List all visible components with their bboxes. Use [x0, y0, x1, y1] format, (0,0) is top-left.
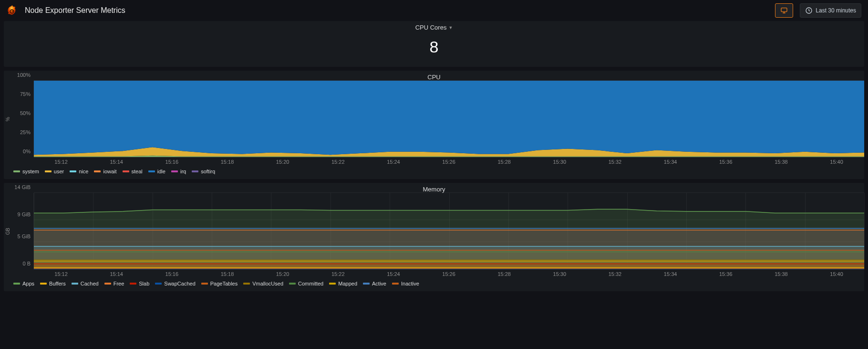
panel-title[interactable]: CPU: [4, 71, 864, 81]
legend-item-apps[interactable]: Apps: [13, 281, 34, 286]
legend-swatch-icon: [40, 283, 47, 285]
legend-item-softirq[interactable]: softirq: [192, 169, 215, 174]
legend-item-free[interactable]: Free: [104, 281, 124, 286]
legend-item-idle[interactable]: idle: [148, 169, 165, 174]
y-axis-label: GB: [4, 193, 11, 269]
cpu-legend: systemuserniceiowaitstealidleirqsoftirq: [4, 167, 864, 179]
legend-item-iowait[interactable]: iowait: [94, 169, 116, 174]
legend-item-swapcached[interactable]: SwapCached: [155, 281, 195, 286]
panel-cpu-cores: CPU Cores▼ 8: [4, 21, 864, 67]
legend-swatch-icon: [104, 283, 111, 285]
legend-swatch-icon: [243, 283, 250, 285]
legend-item-active[interactable]: Active: [363, 281, 386, 286]
legend-item-mapped[interactable]: Mapped: [329, 281, 357, 286]
legend-item-user[interactable]: user: [45, 169, 64, 174]
legend-swatch-icon: [123, 170, 129, 172]
legend-swatch-icon: [155, 283, 162, 285]
legend-swatch-icon: [329, 283, 336, 285]
legend-swatch-icon: [192, 170, 198, 172]
y-axis-ticks: 0 B5 GiB9 GiB14 GiB: [11, 193, 33, 269]
legend-item-irq[interactable]: irq: [171, 169, 186, 174]
clock-icon: [805, 7, 813, 14]
x-axis-ticks: 15:1215:1415:1615:1815:2015:2215:2415:26…: [4, 157, 864, 167]
legend-item-cached[interactable]: Cached: [72, 281, 99, 286]
legend-swatch-icon: [392, 283, 399, 285]
legend-swatch-icon: [148, 170, 155, 172]
legend-swatch-icon: [13, 283, 20, 285]
legend-item-nice[interactable]: nice: [70, 169, 88, 174]
legend-item-system[interactable]: system: [13, 169, 39, 174]
legend-swatch-icon: [70, 170, 76, 172]
legend-swatch-icon: [363, 283, 370, 285]
time-range-label: Last 30 minutes: [816, 7, 856, 14]
x-axis-ticks: 15:1215:1415:1615:1815:2015:2215:2415:26…: [4, 269, 864, 279]
legend-swatch-icon: [130, 283, 136, 285]
legend-item-pagetables[interactable]: PageTables: [201, 281, 238, 286]
panel-cpu: CPU % 0%25%50%75%100% 15:1215:1415:1615:…: [4, 71, 864, 179]
legend-item-committed[interactable]: Committed: [289, 281, 323, 286]
panel-title[interactable]: CPU Cores▼: [4, 21, 864, 31]
legend-item-buffers[interactable]: Buffers: [40, 281, 66, 286]
legend-item-slab[interactable]: Slab: [130, 281, 149, 286]
legend-swatch-icon: [94, 170, 101, 172]
caret-down-icon: ▼: [448, 25, 453, 30]
topbar: Node Exporter Server Metrics Last 30 min…: [0, 0, 868, 21]
dashboard-title[interactable]: Node Exporter Server Metrics: [25, 6, 125, 15]
y-axis-ticks: 0%25%50%75%100%: [11, 81, 33, 157]
legend-swatch-icon: [13, 170, 20, 172]
legend-item-vmallocused[interactable]: VmallocUsed: [243, 281, 283, 286]
panel-memory: Memory GB 0 B5 GiB9 GiB14 GiB 15:1215:14…: [4, 183, 864, 291]
legend-swatch-icon: [45, 170, 52, 172]
cpu-plot-area[interactable]: [33, 81, 864, 157]
memory-legend: AppsBuffersCachedFreeSlabSwapCachedPageT…: [4, 279, 864, 291]
view-mode-button[interactable]: [775, 3, 793, 18]
monitor-icon: [780, 7, 788, 14]
legend-item-steal[interactable]: steal: [123, 169, 143, 174]
svg-rect-1: [781, 8, 787, 12]
legend-swatch-icon: [289, 283, 296, 285]
time-range-button[interactable]: Last 30 minutes: [800, 3, 861, 18]
memory-plot-area[interactable]: [33, 193, 864, 269]
grafana-logo-icon[interactable]: [7, 5, 18, 16]
legend-swatch-icon: [171, 170, 178, 172]
legend-swatch-icon: [201, 283, 208, 285]
panel-title[interactable]: Memory: [4, 183, 864, 193]
y-axis-label: %: [4, 81, 11, 157]
legend-item-inactive[interactable]: Inactive: [392, 281, 419, 286]
legend-swatch-icon: [72, 283, 78, 285]
cpu-cores-value: 8: [4, 31, 864, 67]
